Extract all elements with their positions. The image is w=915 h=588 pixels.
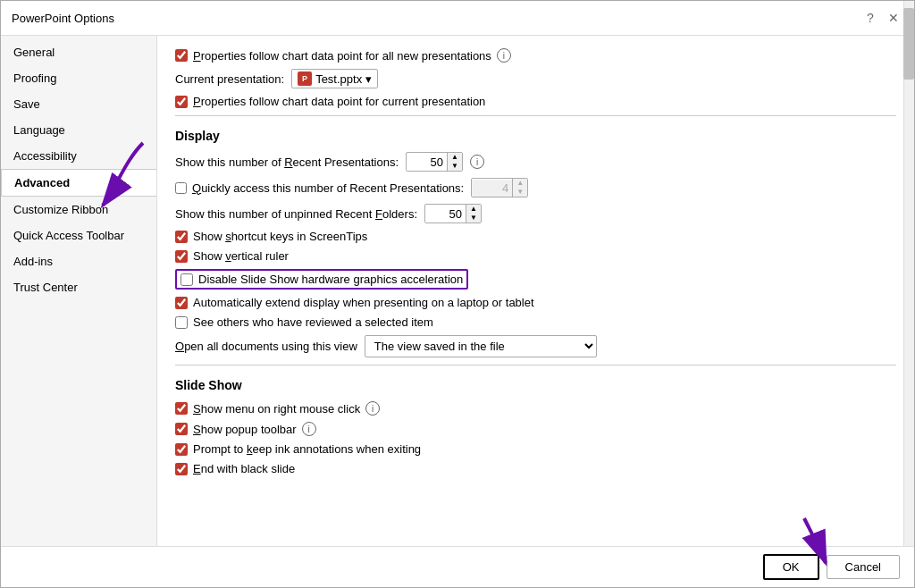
quick-access-down: ▼	[513, 188, 527, 197]
prompt-ink-row: Prompt to keep ink annotations when exit…	[175, 442, 896, 456]
recent-presentations-up[interactable]: ▲	[448, 153, 462, 162]
vertical-ruler-checkbox[interactable]	[175, 250, 188, 263]
unpinned-folders-up[interactable]: ▲	[466, 205, 481, 214]
recent-presentations-row: Show this number of Recent Presentations…	[175, 152, 896, 172]
powerpoint-options-dialog: PowerPoint Options ? ✕ General Proofing …	[0, 0, 915, 588]
recent-presentations-spinner[interactable]: ▲ ▼	[406, 152, 463, 172]
unpinned-folders-spinner[interactable]: ▲ ▼	[424, 204, 482, 223]
unpinned-folders-row: Show this number of unpinned Recent Fold…	[175, 204, 896, 223]
properties-all-row: Properties follow chart data point for a…	[175, 48, 896, 63]
prompt-ink-checkbox[interactable]	[175, 443, 188, 456]
recent-presentations-spinner-btns: ▲ ▼	[447, 153, 462, 171]
open-view-row: Open all documents using this view The v…	[175, 335, 896, 357]
right-click-row: Show menu on right mouse click i	[175, 401, 896, 416]
sidebar-item-accessibility[interactable]: Accessibility	[1, 143, 156, 169]
right-click-label[interactable]: Show menu on right mouse click i	[175, 401, 380, 416]
dialog-footer: OK Cancel	[1, 546, 914, 587]
quick-access-spinner-btns: ▲ ▼	[512, 179, 527, 197]
presentation-name: Test.pptx	[315, 72, 362, 86]
right-click-checkbox[interactable]	[175, 402, 188, 415]
scrollbar-track[interactable]	[903, 36, 914, 546]
quick-access-input	[472, 180, 512, 197]
sidebar: General Proofing Save Language Accessibi…	[1, 36, 157, 546]
auto-extend-checkbox[interactable]	[175, 297, 188, 309]
recent-presentations-label: Show this number of Recent Presentations…	[175, 155, 399, 169]
properties-all-checkbox[interactable]	[175, 49, 188, 62]
sidebar-item-proofing[interactable]: Proofing	[1, 65, 156, 91]
sidebar-item-language[interactable]: Language	[1, 117, 156, 143]
properties-current-row: Properties follow chart data point for c…	[175, 95, 896, 108]
unpinned-folders-label: Show this number of unpinned Recent Fold…	[175, 207, 417, 221]
auto-extend-label[interactable]: Automatically extend display when presen…	[175, 296, 534, 309]
dropdown-arrow-icon: ▾	[365, 72, 372, 86]
properties-all-label[interactable]: Properties follow chart data point for a…	[175, 48, 511, 63]
help-button[interactable]: ?	[860, 8, 880, 28]
disable-hw-accel-label: Disable Slide Show hardware graphics acc…	[198, 273, 463, 286]
sidebar-item-advanced[interactable]: Advanced	[1, 169, 156, 197]
end-black-row: End with black slide	[175, 462, 896, 475]
ok-button[interactable]: OK	[763, 554, 819, 580]
divider-2	[175, 365, 896, 365]
disable-hw-accel-checkbox[interactable]	[180, 273, 193, 286]
sidebar-item-general[interactable]: General	[1, 39, 156, 65]
title-bar: PowerPoint Options ? ✕	[1, 1, 914, 36]
divider-1	[175, 115, 896, 116]
unpinned-folders-spinner-btns: ▲ ▼	[466, 205, 481, 223]
popup-toolbar-info-icon[interactable]: i	[302, 422, 316, 436]
popup-toolbar-label[interactable]: Show popup toolbar i	[175, 422, 316, 436]
vertical-ruler-label[interactable]: Show vertical ruler	[175, 249, 289, 263]
scrollbar-thumb[interactable]	[903, 36, 914, 80]
shortcut-keys-checkbox[interactable]	[175, 231, 188, 243]
properties-current-label[interactable]: Properties follow chart data point for c…	[175, 95, 485, 108]
dialog-body: General Proofing Save Language Accessibi…	[1, 36, 914, 546]
sidebar-item-customize-ribbon[interactable]: Customize Ribbon	[1, 197, 156, 223]
shortcut-keys-label[interactable]: Show shortcut keys in ScreenTips	[175, 230, 367, 243]
popup-toolbar-row: Show popup toolbar i	[175, 422, 896, 436]
quick-access-checkbox[interactable]	[175, 182, 187, 194]
quick-access-row: Quickly access this number of Recent Pre…	[175, 178, 896, 197]
end-black-checkbox[interactable]	[175, 463, 188, 475]
popup-toolbar-checkbox[interactable]	[175, 423, 188, 435]
quick-access-up: ▲	[513, 179, 527, 188]
recent-presentations-down[interactable]: ▼	[448, 162, 462, 171]
open-view-label: Open all documents using this view	[175, 340, 357, 353]
properties-all-info-icon[interactable]: i	[497, 48, 511, 63]
shortcut-keys-row: Show shortcut keys in ScreenTips	[175, 230, 896, 243]
sidebar-item-quick-access[interactable]: Quick Access Toolbar	[1, 223, 156, 248]
recent-presentations-input[interactable]	[407, 154, 447, 171]
current-presentation-row: Current presentation: P Test.pptx ▾	[175, 69, 896, 88]
presentation-dropdown[interactable]: P Test.pptx ▾	[291, 69, 378, 88]
auto-extend-row: Automatically extend display when presen…	[175, 296, 896, 309]
ppt-icon: P	[298, 71, 312, 86]
prompt-ink-label[interactable]: Prompt to keep ink annotations when exit…	[175, 442, 421, 456]
disable-hw-accel-highlighted: Disable Slide Show hardware graphics acc…	[175, 269, 468, 290]
see-others-checkbox[interactable]	[175, 316, 188, 329]
current-presentation-label: Current presentation:	[175, 72, 284, 86]
see-others-label[interactable]: See others who have reviewed a selected …	[175, 315, 433, 329]
vertical-ruler-row: Show vertical ruler	[175, 249, 896, 263]
unpinned-folders-down[interactable]: ▼	[466, 214, 481, 223]
disable-hw-accel-row: Disable Slide Show hardware graphics acc…	[175, 269, 896, 290]
end-black-label[interactable]: End with black slide	[175, 462, 295, 475]
recent-presentations-info-icon[interactable]: i	[470, 155, 484, 169]
close-button[interactable]: ✕	[884, 8, 903, 28]
dialog-title: PowerPoint Options	[12, 12, 114, 25]
sidebar-item-save[interactable]: Save	[1, 91, 156, 117]
properties-current-checkbox[interactable]	[175, 96, 188, 108]
cancel-button[interactable]: Cancel	[827, 555, 900, 579]
title-bar-buttons: ? ✕	[860, 8, 903, 28]
sidebar-item-trust-center[interactable]: Trust Center	[1, 274, 156, 300]
slideshow-section-title: Slide Show	[175, 378, 896, 392]
quick-access-label[interactable]: Quickly access this number of Recent Pre…	[175, 181, 464, 195]
see-others-row: See others who have reviewed a selected …	[175, 315, 896, 329]
quick-access-spinner: ▲ ▼	[471, 178, 528, 197]
right-click-info-icon[interactable]: i	[365, 401, 380, 416]
sidebar-item-add-ins[interactable]: Add-ins	[1, 248, 156, 274]
display-section-title: Display	[175, 129, 896, 143]
unpinned-folders-input[interactable]	[425, 206, 466, 223]
open-view-select[interactable]: The view saved in the file Normal - Thum…	[365, 335, 597, 357]
content-area: Properties follow chart data point for a…	[157, 36, 914, 546]
